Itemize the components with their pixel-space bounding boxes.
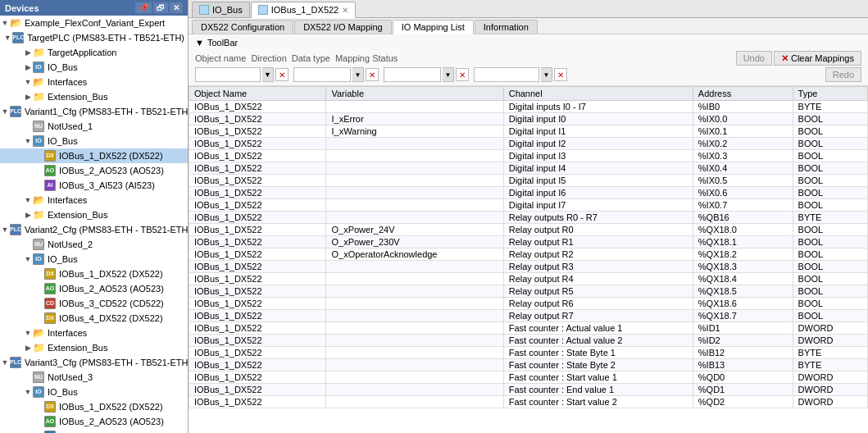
table-row[interactable]: IOBus_1_DX522I_xErrorDigital input I0%IX… — [189, 113, 868, 125]
tab-iobus1_dx522[interactable]: IOBus_1_DX522✕ — [251, 2, 357, 18]
expand-btn-v1_if[interactable]: ▼ — [23, 193, 33, 207]
tree-node-v3_ao[interactable]: AOIOBus_2_AO523 (AO523) — [0, 414, 188, 429]
tree-node-v1[interactable]: ▼PLCVariant1_Cfg (PMS83-ETH - TB521-ETH) — [0, 104, 188, 119]
table-row[interactable]: IOBus_1_DX522Relay output R6%QX18.6BOOL — [189, 298, 868, 310]
tree-node-v3[interactable]: ▼PLCVariant3_Cfg (PMS83-ETH - TB521-ETH) — [0, 355, 188, 370]
expand-btn-t1_app[interactable]: ▶ — [23, 45, 33, 60]
cell-objectName: IOBus_1_DX522 — [189, 175, 326, 187]
tree-node-root[interactable]: ▼📂Example_FlexConf_Variant_Expert — [0, 16, 188, 30]
table-row[interactable]: IOBus_1_DX522Fast counter : Start value … — [189, 396, 868, 408]
redo-button[interactable]: Redo — [825, 67, 861, 82]
mapping-status-input[interactable] — [474, 67, 539, 82]
expand-btn-v2[interactable]: ▼ — [0, 222, 10, 237]
undo-button[interactable]: Undo — [736, 51, 772, 66]
table-row[interactable]: IOBus_1_DX522O_xPower_230VRelay output R… — [189, 236, 868, 248]
expand-btn-v2_io[interactable]: ▼ — [23, 252, 33, 267]
expand-btn-t1_ext[interactable]: ▶ — [23, 89, 33, 104]
table-row[interactable]: IOBus_1_DX522Digital input I6%IX0.6BOOL — [189, 187, 868, 199]
expand-btn-v3_io[interactable]: ▼ — [23, 385, 33, 399]
tree-node-v2_io[interactable]: ▼IOIO_Bus — [0, 252, 188, 267]
object-name-input[interactable] — [195, 67, 261, 82]
expand-btn-v2_if[interactable]: ▼ — [23, 326, 33, 340]
tree-node-v1_dx[interactable]: DXIOBus_1_DX522 (DX522) — [0, 148, 188, 163]
tree-node-v1_ao[interactable]: AOIOBus_2_AO523 (AO523) — [0, 163, 188, 178]
expand-btn-v1[interactable]: ▼ — [0, 104, 10, 119]
table-row[interactable]: IOBus_1_DX522O_xOperatorAcknowledgeRelay… — [189, 248, 868, 261]
table-row[interactable]: IOBus_1_DX522Digital input I2%IX0.2BOOL — [189, 138, 868, 150]
sub-tab-dx522_io[interactable]: DX522 I/O Mapping — [294, 20, 392, 34]
tree-node-t1_io[interactable]: ▶IOIO_Bus — [0, 60, 188, 75]
table-row[interactable]: IOBus_1_DX522Fast counter : State Byte 1… — [189, 347, 868, 359]
expand-btn-t1_if[interactable]: ▼ — [23, 75, 33, 89]
tree-node-t1_ext[interactable]: ▶📁Extension_Bus — [0, 89, 188, 104]
table-row[interactable]: IOBus_1_DX522Digital input I3%IX0.3BOOL — [189, 150, 868, 162]
tree-node-v3_nu[interactable]: NUNotUsed_3 — [0, 370, 188, 385]
expand-btn-t1[interactable]: ▼ — [2, 30, 12, 45]
expand-btn-v2_ext[interactable]: ▶ — [23, 340, 33, 355]
table-row[interactable]: IOBus_1_DX522Fast counter : Actual value… — [189, 322, 868, 335]
close-panel-button[interactable]: ✕ — [170, 2, 183, 13]
tree-node-v2_cd[interactable]: CDIOBus_3_CD522 (CD522) — [0, 296, 188, 311]
cell-type: BYTE — [793, 212, 867, 224]
table-row[interactable]: IOBus_1_DX522Fast counter : End value 1%… — [189, 384, 868, 396]
expand-btn-v1_ext[interactable]: ▶ — [23, 207, 33, 222]
sub-tab-information[interactable]: Information — [475, 20, 538, 34]
mapping-status-clear-button[interactable]: ✕ — [554, 68, 567, 81]
tree-node-v3_dc1[interactable]: DCIOBus_3_DC523 (DC523) — [0, 429, 188, 433]
node-label-v1_dx: IOBus_1_DX522 (DX522) — [59, 148, 163, 163]
datatype-input[interactable] — [384, 67, 441, 82]
io-mapping-table-container[interactable]: Object Name Variable Channel Address Typ… — [189, 86, 868, 433]
tree-node-v2_ext[interactable]: ▶📁Extension_Bus — [0, 340, 188, 355]
table-row[interactable]: IOBus_1_DX522Digital input I7%IX0.7BOOL — [189, 199, 868, 212]
table-row[interactable]: IOBus_1_DX522Digital inputs I0 - I7%IB0B… — [189, 101, 868, 113]
cell-variable: I_xWarning — [326, 125, 503, 138]
expand-btn-t1_io[interactable]: ▶ — [23, 60, 33, 75]
table-row[interactable]: IOBus_1_DX522O_xPower_24VRelay output R0… — [189, 224, 868, 236]
datatype-dropdown-arrow[interactable]: ▼ — [443, 67, 454, 82]
datatype-clear-button[interactable]: ✕ — [456, 68, 469, 81]
cell-variable — [326, 162, 503, 175]
clear-mappings-button[interactable]: ✕ Clear Mappings — [774, 51, 861, 66]
sub-tab-dx522_config[interactable]: DX522 Configuration — [192, 20, 293, 34]
table-row[interactable]: IOBus_1_DX522Relay outputs R0 - R7%QB16B… — [189, 212, 868, 224]
table-row[interactable]: IOBus_1_DX522Digital input I4%IX0.4BOOL — [189, 162, 868, 175]
tree-node-v1_if[interactable]: ▼📂Interfaces — [0, 193, 188, 207]
sub-tab-io_mapping[interactable]: IO Mapping List — [393, 20, 474, 34]
table-row[interactable]: IOBus_1_DX522Relay output R7%QX18.7BOOL — [189, 310, 868, 322]
tree-node-v2_dx[interactable]: DXIOBus_1_DX522 (DX522) — [0, 267, 188, 281]
table-row[interactable]: IOBus_1_DX522Fast counter : Start value … — [189, 371, 868, 384]
expand-btn-root[interactable]: ▼ — [0, 16, 10, 30]
tree-node-v2_dx2[interactable]: DXIOBus_4_DX522 (DX522) — [0, 311, 188, 326]
direction-clear-button[interactable]: ✕ — [366, 68, 379, 81]
tree-node-v2_ao[interactable]: AOIOBus_2_AO523 (AO523) — [0, 281, 188, 296]
direction-input[interactable] — [293, 67, 351, 82]
tree-node-v1_nu[interactable]: NUNotUsed_1 — [0, 119, 188, 134]
expand-btn-v3[interactable]: ▼ — [0, 355, 10, 370]
tree-node-v2_if[interactable]: ▼📂Interfaces — [0, 326, 188, 340]
tree-node-v2_nu[interactable]: NUNotUsed_2 — [0, 237, 188, 252]
tab-io_bus[interactable]: IO_Bus — [192, 2, 250, 17]
table-row[interactable]: IOBus_1_DX522Relay output R5%QX18.5BOOL — [189, 285, 868, 298]
tree-node-t1_app[interactable]: ▶📁TargetApplication — [0, 45, 188, 60]
direction-dropdown-arrow[interactable]: ▼ — [352, 67, 364, 82]
table-row[interactable]: IOBus_1_DX522I_xWarningDigital input I1%… — [189, 125, 868, 138]
tree-node-t1_if[interactable]: ▼📂Interfaces — [0, 75, 188, 89]
tree-node-v3_io[interactable]: ▼IOIO_Bus — [0, 385, 188, 399]
tree-node-v1_ai[interactable]: AIIOBus_3_AI523 (AI523) — [0, 178, 188, 193]
table-row[interactable]: IOBus_1_DX522Fast counter : Actual value… — [189, 335, 868, 347]
expand-btn-v1_io[interactable]: ▼ — [23, 134, 33, 148]
float-button[interactable]: 🗗 — [153, 2, 168, 13]
pin-button[interactable]: 📌 — [135, 2, 152, 13]
tree-node-v2[interactable]: ▼PLCVariant2_Cfg (PMS83-ETH - TB521-ETH) — [0, 222, 188, 237]
tree-node-t1[interactable]: ▼PLCTargetPLC (PMS83-ETH - TB521-ETH) — [0, 30, 188, 45]
object-name-clear-button[interactable]: ✕ — [275, 68, 289, 81]
mapping-status-dropdown-arrow[interactable]: ▼ — [541, 67, 552, 82]
table-row[interactable]: IOBus_1_DX522Fast counter : State Byte 2… — [189, 359, 868, 371]
table-row[interactable]: IOBus_1_DX522Relay output R4%QX18.4BOOL — [189, 273, 868, 285]
tab-close-iobus1_dx522[interactable]: ✕ — [342, 6, 348, 15]
tree-node-v3_dx[interactable]: DXIOBus_1_DX522 (DX522) — [0, 399, 188, 414]
table-row[interactable]: IOBus_1_DX522Digital input I5%IX0.5BOOL — [189, 175, 868, 187]
tree-node-v1_ext[interactable]: ▶📁Extension_Bus — [0, 207, 188, 222]
table-row[interactable]: IOBus_1_DX522Relay output R3%QX18.3BOOL — [189, 261, 868, 273]
tree-node-v1_io[interactable]: ▼IOIO_Bus — [0, 134, 188, 148]
